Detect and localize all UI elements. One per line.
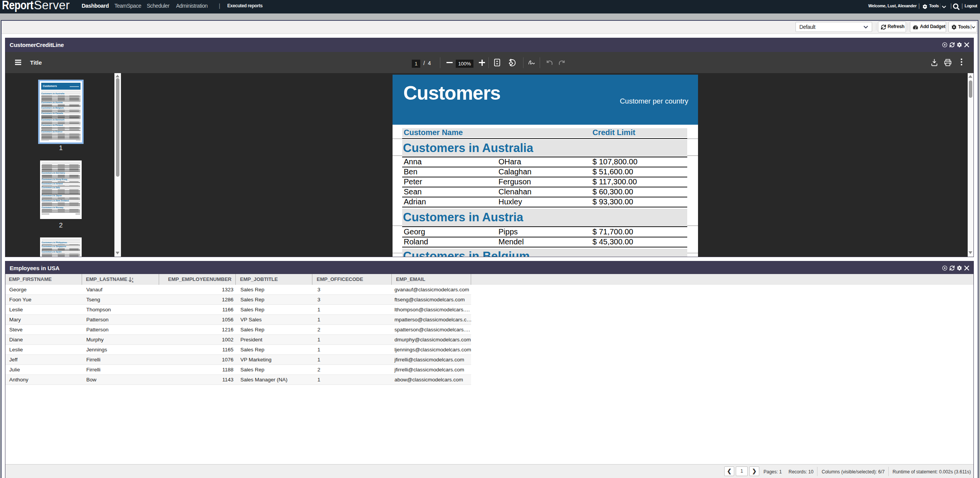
svg-text:a: a [132,280,133,283]
svg-text:z: z [132,277,133,280]
